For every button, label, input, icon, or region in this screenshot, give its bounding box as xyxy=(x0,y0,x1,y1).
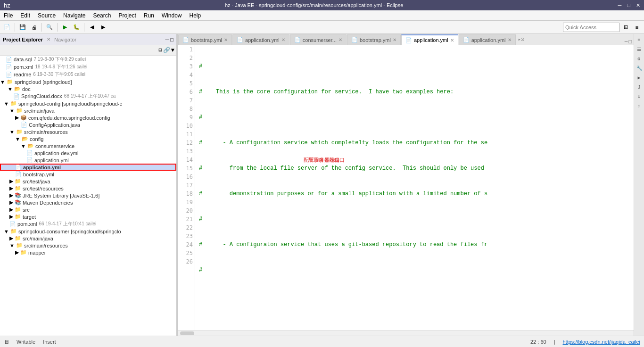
tree-springcloud-docx[interactable]: 📄 SpringCloud.docx 68 19-4-17 上午10:47 ca xyxy=(0,92,176,100)
open-perspective-btn[interactable]: ⊞ xyxy=(620,22,631,33)
tree-src-test-resources[interactable]: ▶ 📁 src/test/resources xyxy=(0,185,176,192)
tree-config-folder[interactable]: ▼ 📂 config xyxy=(0,135,176,142)
tree-consumerservice[interactable]: ▼ 📂 consumerservice xyxy=(0,142,176,149)
src-folder-icon: 📁 xyxy=(15,207,21,213)
tab-label: consumerser... xyxy=(303,37,337,43)
editor-content[interactable]: 1 2 3 4 5 6 7 8 9 10 11 12 13 14 15 16 1 xyxy=(178,45,634,330)
tree-src-test-java[interactable]: ▶ 📁 src/test/java xyxy=(0,178,176,185)
tab-close[interactable]: ✕ xyxy=(450,38,454,43)
folder-icon: ▶ xyxy=(9,235,13,241)
editor-hscrollbar[interactable] xyxy=(178,330,634,336)
tab-consumerser[interactable]: 📄 consumerser... ✕ xyxy=(290,34,347,45)
back-btn[interactable]: ◀ xyxy=(87,22,97,33)
menu-source[interactable]: Source xyxy=(34,10,59,20)
folder-icon: ▼ xyxy=(21,143,26,149)
close-btn[interactable]: ✕ xyxy=(636,2,640,8)
tree-springcloud-consumer[interactable]: ▼ 📁 springcloud-consumer [springcloud/sp… xyxy=(0,228,176,235)
forward-btn[interactable]: ▶ xyxy=(98,22,108,33)
tab-close[interactable]: ✕ xyxy=(393,37,396,42)
tab-close[interactable]: ✕ xyxy=(281,37,285,42)
minimize-explorer-btn[interactable]: ─ xyxy=(165,37,169,42)
maximize-explorer-btn[interactable]: □ xyxy=(170,37,173,42)
rs-btn-4[interactable]: 🔧 xyxy=(635,64,644,73)
tree-maven-deps[interactable]: ▶ 📚 Maven Dependencies xyxy=(0,199,176,206)
tree-configapp[interactable]: 📄 ConfigApplication.java xyxy=(0,121,176,128)
menu-navigate[interactable]: Navigate xyxy=(59,10,89,20)
tab-close[interactable]: ✕ xyxy=(508,37,512,42)
editor-maximize-btn[interactable]: □ xyxy=(628,39,632,45)
tab-close[interactable]: ✕ xyxy=(224,37,228,42)
menu-project[interactable]: Project xyxy=(115,10,140,20)
rs-btn-3[interactable]: ⚙ xyxy=(635,55,644,63)
tab-bootstrap-yml-2[interactable]: 📄 bootstrap.yml ✕ xyxy=(347,34,401,45)
folder-open-icon: 📂 xyxy=(22,136,28,142)
rs-btn-2[interactable]: ☰ xyxy=(635,45,644,54)
tree-mapper[interactable]: ▶ 📁 mapper xyxy=(0,249,176,256)
debug-btn[interactable]: 🐛 xyxy=(71,22,82,33)
editor-minimize-btn[interactable]: ─ xyxy=(625,39,628,45)
minimize-btn[interactable]: ─ xyxy=(618,2,622,8)
tree-data-sql[interactable]: 📄 data.sql 7 19-3-30 下午9:29 cailei xyxy=(0,56,176,63)
tab-icon: 📄 xyxy=(405,37,412,43)
line-num-24: 24 xyxy=(178,240,193,249)
menu-edit[interactable]: Edit xyxy=(17,10,34,20)
tree-src-main-resources[interactable]: ▼ 📁 src/main/resources xyxy=(0,128,176,135)
tree-doc[interactable]: ▼ 📂 doc xyxy=(0,85,176,92)
tree-src-main-java-consumer[interactable]: ▶ 📁 src/main/java xyxy=(0,235,176,242)
menu-search[interactable]: Search xyxy=(89,10,115,20)
tree-bootstrap-yml[interactable]: 📄 bootstrap.yml xyxy=(0,171,176,178)
run-btn[interactable]: ▶ xyxy=(60,22,70,33)
tree-readme[interactable]: 📄 readme 6 19-3-30 下午9:05 cailei xyxy=(0,71,176,78)
menu-run[interactable]: Run xyxy=(140,10,158,20)
tree-application-dev[interactable]: 📄 application-dev.yml xyxy=(0,149,176,157)
status-link[interactable]: https://blog.csdn.net/jiaqida_cailei xyxy=(563,339,641,345)
tree-springcloud[interactable]: ▼ 📁 springcloud [springcloud] xyxy=(0,78,176,85)
hscroll-thumb[interactable] xyxy=(180,331,194,335)
collapse-all-btn[interactable]: ⊟ xyxy=(159,47,162,54)
quick-access-input[interactable] xyxy=(563,23,619,32)
rs-btn-5[interactable]: ▶ xyxy=(635,74,644,82)
new-btn[interactable]: 📄 xyxy=(2,22,12,33)
tree-pom-xml-config[interactable]: 📄 pom.xml 66 19-4-17 上午10:41 cailei xyxy=(0,220,176,228)
line-num-15: 15 xyxy=(178,164,193,173)
explorer-menu-btn[interactable]: ▼ xyxy=(171,47,174,54)
tab-close-explorer[interactable]: ✕ xyxy=(47,37,50,42)
link-editor-btn[interactable]: 🔗 xyxy=(163,47,170,54)
menu-file[interactable]: File xyxy=(0,10,17,20)
tab-navigator[interactable]: Navigator xyxy=(54,37,76,42)
maximize-btn[interactable]: □ xyxy=(627,2,630,8)
tree-application-yml-selected[interactable]: 📄 application.yml xyxy=(0,164,176,171)
tree-target[interactable]: ▶ 📁 target xyxy=(0,213,176,220)
explorer-tab-group: Project Explorer ✕ Navigator xyxy=(3,37,76,42)
tree-src-main-resources-consumer[interactable]: ▼ 📁 src/main/resources xyxy=(0,242,176,249)
search-btn[interactable]: 🔍 xyxy=(44,22,55,33)
tree-jre-lib[interactable]: ▶ 📚 JRE System Library [JavaSE-1.6] xyxy=(0,192,176,199)
src-icon: 📁 xyxy=(15,235,21,241)
menu-help[interactable]: Help xyxy=(186,10,205,20)
tree-src[interactable]: ▶ 📁 src xyxy=(0,206,176,213)
tree-com-qfedu[interactable]: ▶ 📦 com.qfedu.demo.springcloud.config xyxy=(0,114,176,121)
print-btn[interactable]: 🖨 xyxy=(29,22,39,33)
save-btn[interactable]: 💾 xyxy=(17,22,28,33)
tree-application-yml-inner[interactable]: 📄 application.yml xyxy=(0,157,176,164)
tab-application-yml-3[interactable]: 📄 application.yml ✕ xyxy=(459,34,516,45)
rs-btn-8[interactable]: ↕ xyxy=(635,102,644,110)
tab-application-yml-active[interactable]: 📄 application.yml ✕ xyxy=(401,34,458,45)
tree-pom-xml-root[interactable]: 📄 pom.xml 18 19-4-9 下午1:26 cailei xyxy=(0,63,176,71)
tree-springcloud-config[interactable]: ▼ 📁 springcloud-config [springcloud/spri… xyxy=(0,100,176,107)
tab-close[interactable]: ✕ xyxy=(339,37,342,42)
menu-window[interactable]: Window xyxy=(158,10,186,20)
project-explorer-panel: Project Explorer ✕ Navigator ─ □ ⊟ 🔗 ▼ 📄… xyxy=(0,34,177,336)
rs-btn-1[interactable]: ≡ xyxy=(635,36,644,44)
code-line-1: # xyxy=(199,62,630,71)
tab-bootstrap-yml-1[interactable]: 📄 bootstrap.yml ✕ xyxy=(178,34,232,45)
tab-label: application.yml xyxy=(245,37,280,43)
tab-overflow-indicator[interactable]: ▸3 xyxy=(516,36,526,42)
tab-project-explorer[interactable]: Project Explorer xyxy=(3,37,43,42)
rs-btn-7[interactable]: U xyxy=(635,92,644,101)
toolbar-extra-btn[interactable]: ≡ xyxy=(632,22,642,33)
code-line-6: # demonstration purposes or for a small … xyxy=(199,190,630,198)
tab-application-yml-1[interactable]: 📄 application.yml ✕ xyxy=(232,34,289,45)
rs-btn-6[interactable]: J xyxy=(635,83,644,91)
tree-src-main-java[interactable]: ▼ 📁 src/main/java xyxy=(0,107,176,114)
